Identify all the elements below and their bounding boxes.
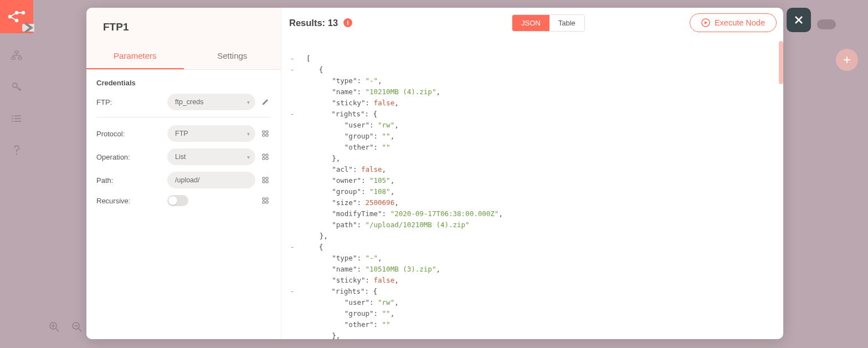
json-view-button[interactable]: JSON: [512, 15, 549, 31]
svg-point-26: [263, 198, 265, 200]
ftp-label: FTP:: [96, 98, 163, 106]
edit-credentials-icon[interactable]: [260, 96, 271, 108]
scrollbar[interactable]: [779, 41, 783, 84]
recursive-toggle[interactable]: [167, 195, 188, 206]
close-button[interactable]: [787, 8, 811, 32]
svg-point-11: [16, 153, 18, 155]
svg-point-28: [263, 201, 265, 203]
chevron-down-icon: ▾: [247, 131, 250, 137]
svg-point-7: [13, 83, 17, 88]
chevron-down-icon: ▾: [247, 99, 250, 105]
svg-point-24: [263, 181, 265, 183]
protocol-label: Protocol:: [96, 130, 163, 138]
gear-icon[interactable]: [260, 175, 271, 186]
sidebar-expand-button[interactable]: [22, 24, 34, 32]
sidebar-item-workflows[interactable]: [10, 49, 23, 62]
svg-point-8: [12, 115, 13, 116]
sidebar-item-credentials[interactable]: [10, 80, 23, 94]
svg-point-25: [266, 181, 268, 183]
ftp-credentials-select[interactable]: ftp_creds ▾: [167, 94, 255, 110]
chevron-down-icon: ▾: [247, 154, 250, 160]
svg-point-17: [266, 134, 268, 136]
recursive-label: Recursive:: [96, 197, 163, 205]
svg-point-23: [266, 177, 268, 180]
svg-point-10: [12, 121, 13, 122]
view-toggle: JSON Table: [512, 14, 585, 32]
svg-rect-6: [18, 57, 22, 59]
node-modal: FTP1 Parameters Settings Credentials FTP…: [86, 8, 783, 339]
results-label: Results: 13 i: [289, 18, 352, 28]
table-view-button[interactable]: Table: [549, 15, 584, 31]
gear-icon[interactable]: [260, 151, 271, 162]
svg-point-22: [263, 177, 265, 180]
svg-point-16: [263, 134, 265, 136]
svg-point-21: [266, 157, 268, 160]
execute-node-button[interactable]: Execute Node: [690, 13, 777, 32]
svg-point-20: [263, 157, 265, 160]
path-label: Path:: [96, 176, 163, 185]
zoom-in-icon[interactable]: [49, 321, 60, 334]
svg-point-15: [266, 131, 268, 133]
svg-rect-5: [12, 57, 15, 59]
gear-icon[interactable]: [260, 128, 271, 139]
gear-icon[interactable]: [260, 195, 271, 206]
sidebar: [0, 0, 33, 348]
play-icon: [701, 18, 710, 27]
add-node-button[interactable]: +: [836, 49, 858, 71]
svg-point-29: [266, 201, 268, 203]
sidebar-item-help[interactable]: [10, 144, 23, 157]
background-toggle[interactable]: [817, 19, 836, 29]
sidebar-item-executions[interactable]: [10, 112, 23, 125]
node-title: FTP1: [86, 8, 281, 43]
close-icon: [793, 14, 804, 25]
json-output[interactable]: - [- { "type": "-", "name": "10210MB (4)…: [281, 38, 783, 339]
path-input[interactable]: /upload/: [167, 172, 255, 188]
svg-point-14: [263, 131, 265, 133]
tab-parameters[interactable]: Parameters: [86, 43, 184, 69]
svg-rect-4: [15, 51, 18, 53]
svg-point-9: [12, 118, 13, 119]
svg-point-27: [266, 198, 268, 200]
protocol-select[interactable]: FTP ▾: [167, 125, 255, 142]
operation-label: Operation:: [96, 153, 163, 161]
info-icon[interactable]: i: [343, 18, 352, 27]
tab-settings[interactable]: Settings: [184, 43, 281, 69]
credentials-heading: Credentials: [96, 79, 271, 87]
operation-select[interactable]: List ▾: [167, 149, 255, 165]
zoom-out-icon[interactable]: [71, 321, 83, 334]
svg-point-19: [266, 154, 268, 156]
svg-point-18: [263, 154, 265, 156]
app-logo[interactable]: [0, 0, 33, 33]
